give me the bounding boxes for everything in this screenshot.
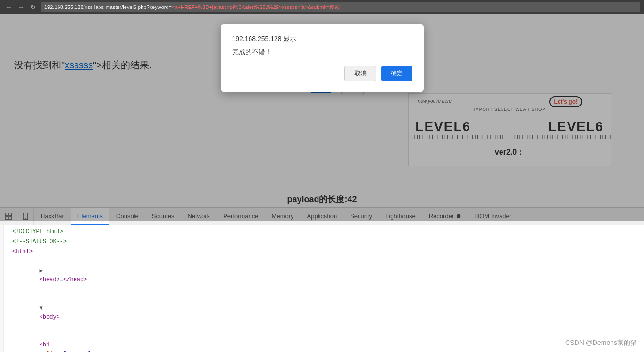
refresh-btn[interactable]: ↻: [28, 3, 38, 11]
head-expand-arrow[interactable]: ▶: [40, 268, 43, 274]
alert-cancel-button[interactable]: 取消: [344, 66, 376, 81]
code-content: <!DOCTYPE html> <!--STATUS OK--> <html> …: [0, 227, 644, 352]
devtools-panel: HackBar Elements Console Sources Network…: [0, 207, 644, 352]
back-btn[interactable]: ←: [4, 3, 14, 11]
code-head: ▶ <head>…</head>: [7, 257, 644, 295]
code-body-open: ▼ <body>: [7, 294, 644, 331]
code-h1: <h1 align="center" >欢迎来到level6</h1>: [7, 331, 644, 352]
alert-title: 192.168.255.128 显示: [232, 35, 412, 43]
body-expand-arrow[interactable]: ▼: [40, 305, 43, 311]
url-xss-part: <a+HREF+%3D+javascript%3Aalert%281%29>xs…: [172, 4, 340, 11]
url-text: 192.168.255.128/xss-labs-master/level6.p…: [44, 4, 172, 10]
alert-buttons: 取消 确定: [232, 66, 412, 81]
url-bar[interactable]: 192.168.255.128/xss-labs-master/level6.p…: [41, 2, 640, 12]
gutter: [0, 225, 4, 352]
alert-dialog: 192.168.255.128 显示 完成的不错！ 取消 确定: [221, 24, 424, 92]
forward-btn[interactable]: →: [16, 3, 26, 11]
code-doctype: <!DOCTYPE html>: [7, 227, 644, 237]
alert-overlay: 192.168.255.128 显示 完成的不错！ 取消 确定: [0, 14, 644, 221]
alert-message: 完成的不错！: [232, 48, 412, 57]
browser-bar: ← → ↻ 192.168.255.128/xss-labs-master/le…: [0, 0, 644, 14]
csdn-watermark: CSDN @Demons家的猫: [565, 339, 637, 347]
code-status-comment: <!--STATUS OK-->: [7, 237, 644, 247]
code-html-open: <html>: [7, 247, 644, 257]
nav-controls: ← → ↻: [4, 3, 38, 11]
devtools-elements-content: <!DOCTYPE html> <!--STATUS OK--> <html> …: [0, 225, 644, 352]
browser-content: 没有找到和"xsssss">相关的结果. xsssss "> 搜索 now yo…: [0, 14, 644, 221]
alert-ok-button[interactable]: 确定: [381, 66, 412, 81]
